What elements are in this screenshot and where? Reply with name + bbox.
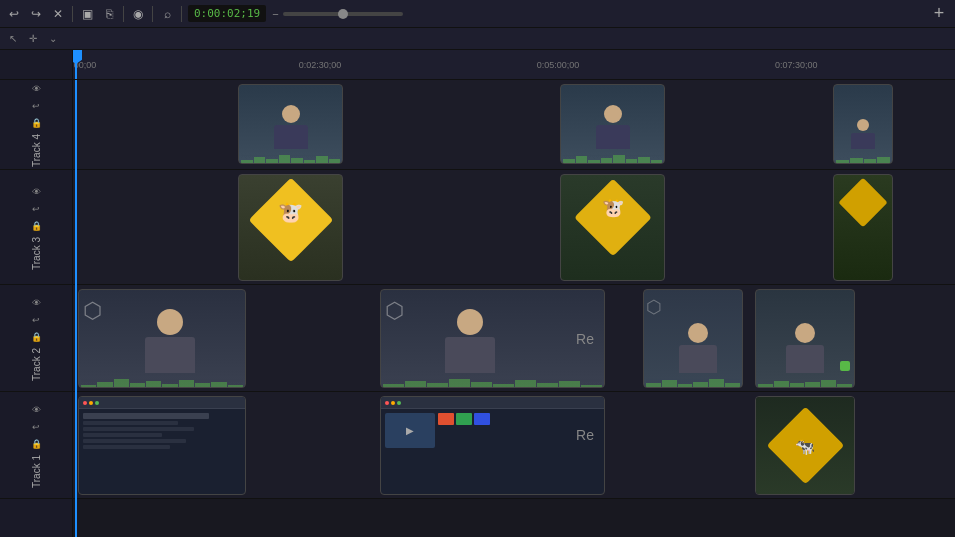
track1-arrow-icon[interactable]: ↩ (29, 420, 43, 434)
track3-arrow-icon[interactable]: ↩ (29, 202, 43, 216)
head-t4c1 (282, 105, 300, 123)
head-t2c4 (795, 323, 815, 343)
body-t4c2 (596, 125, 630, 149)
wb2 (405, 381, 426, 387)
add-button[interactable]: + (929, 4, 949, 24)
person-shape-t4c3 (851, 119, 875, 149)
zoom-minus-icon[interactable]: − (272, 8, 278, 20)
playhead-ruler (75, 50, 77, 79)
track4-lock-icon[interactable]: 🔒 (29, 116, 43, 130)
wb2 (774, 381, 789, 387)
divider1 (72, 6, 73, 22)
track2-lock-icon[interactable]: 🔒 (29, 330, 43, 344)
browser-bar-t1c2 (381, 397, 604, 409)
wb5 (821, 380, 836, 387)
cow-icon-t3c1: 🐮 (278, 200, 303, 224)
track2-eye-icon[interactable]: 👁 (29, 296, 43, 310)
wb10 (228, 385, 243, 387)
wb4 (877, 157, 890, 163)
wb3 (114, 379, 129, 387)
sign-diamond-t3c3 (838, 178, 887, 227)
track1-eye-icon[interactable]: 👁 (29, 403, 43, 417)
tracks-container: 🐮 🐮 ⬡ (73, 80, 955, 537)
clip-track1-2[interactable]: ▶ Re (380, 396, 605, 495)
clip-track3-1[interactable]: 🐮 (238, 174, 343, 281)
wb2 (850, 158, 863, 163)
thumb-t1c2: ▶ (385, 413, 435, 448)
clip-track4-1[interactable] (238, 84, 343, 164)
wb5 (291, 158, 303, 163)
body-t2c3 (679, 345, 717, 373)
page-line6 (83, 445, 170, 449)
wb4 (279, 155, 291, 163)
cow-sign: 🐄 (795, 436, 815, 455)
body-t2c1 (145, 337, 195, 373)
copy-icon[interactable]: ⎘ (101, 6, 117, 22)
clip-track2-3[interactable]: ⬡ (643, 289, 743, 388)
track1-lock-icon[interactable]: 🔒 (29, 437, 43, 451)
wb10 (581, 385, 602, 387)
waveform-t2c2 (381, 373, 604, 387)
body-t2c2 (445, 337, 495, 373)
move-icon[interactable]: ✛ (26, 32, 40, 46)
person-t2c1 (145, 309, 195, 373)
wb4 (601, 158, 613, 163)
track-row-track1: ▶ Re (73, 392, 955, 499)
color-boxes (438, 413, 490, 490)
track4-label: Track 4 (31, 134, 42, 167)
chevron-down-icon[interactable]: ⌄ (46, 32, 60, 46)
clip-track2-4[interactable] (755, 289, 855, 388)
clip-track4-2[interactable] (560, 84, 665, 164)
wb7 (515, 380, 536, 387)
wb1 (758, 384, 773, 387)
wb6 (162, 384, 177, 387)
track4-eye-icon[interactable]: 👁 (29, 82, 43, 96)
track2-arrow-icon[interactable]: ↩ (29, 313, 43, 327)
zoom-slider[interactable] (283, 12, 403, 16)
clip-track1-3[interactable]: 🐄 (755, 396, 855, 495)
wb6 (304, 160, 316, 163)
wb9 (211, 382, 226, 387)
wb7 (316, 156, 328, 163)
track3-eye-icon[interactable]: 👁 (29, 185, 43, 199)
head-t2c2 (457, 309, 483, 335)
timeline-area: 0:00:00;00 0:02:30;00 0:05:00;00 0:07:30… (73, 50, 955, 537)
redo-icon[interactable]: ↪ (28, 6, 44, 22)
track-row-track3: 🐮 🐮 (73, 170, 955, 285)
wb9 (559, 381, 580, 387)
search-icon[interactable]: ⌕ (159, 6, 175, 22)
waveform-t4c1 (239, 149, 342, 163)
clip-track3-2[interactable]: 🐮 (560, 174, 665, 281)
body-t4c1 (274, 125, 308, 149)
undo-icon[interactable]: ↩ (6, 6, 22, 22)
wb3 (427, 383, 448, 387)
cut-icon[interactable]: ▣ (79, 6, 95, 22)
hex-t2c2: ⬡ (385, 298, 404, 324)
wb2 (254, 157, 266, 163)
wb7 (179, 380, 194, 387)
waveform-t2c4 (756, 373, 854, 387)
clip-track2-1[interactable]: ⬡ (78, 289, 246, 388)
track4-arrow-icon[interactable]: ↩ (29, 99, 43, 113)
wb8 (537, 383, 558, 387)
btn-min2 (391, 401, 395, 405)
track3-lock-icon[interactable]: 🔒 (29, 219, 43, 233)
waveform-t2c1 (79, 373, 245, 387)
pointer-icon[interactable]: ↖ (6, 32, 20, 46)
badge-t2c4 (840, 361, 850, 371)
clip-track3-3[interactable] (833, 174, 893, 281)
clip-track4-3[interactable] (833, 84, 893, 164)
page-line1 (83, 413, 209, 419)
clip-track2-2[interactable]: ⬡ Re (380, 289, 605, 388)
page-line4 (83, 433, 162, 437)
close-icon[interactable]: ✕ (50, 6, 66, 22)
clip-track1-1[interactable] (78, 396, 246, 495)
webpage-content-t1c1 (79, 409, 245, 453)
main-area: 👁 ↩ 🔒 Track 4 👁 ↩ 🔒 Track 3 👁 ↩ 🔒 Track … (0, 50, 955, 537)
wb5 (146, 381, 161, 387)
track4-icons: 👁 ↩ 🔒 (29, 82, 43, 130)
divider4 (181, 6, 182, 22)
camera-icon[interactable]: ◉ (130, 6, 146, 22)
btn-close (83, 401, 87, 405)
toolbar-row1: ↩ ↪ ✕ ▣ ⎘ ◉ ⌕ 0:00:02;19 − + (0, 0, 955, 28)
